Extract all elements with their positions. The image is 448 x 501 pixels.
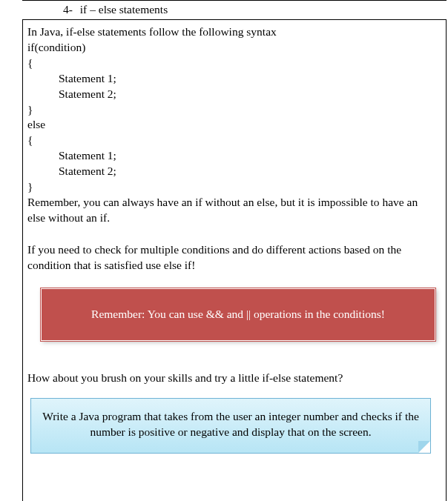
callout-red-text: Remember: You can use && and || operatio…	[91, 308, 385, 320]
code-line: Statement 1;	[27, 71, 438, 87]
section-heading: 4- if – else statements	[22, 1, 447, 20]
callout-blue-text: Write a Java program that takes from the…	[42, 410, 419, 438]
elseif-paragraph: If you need to check for multiple condit…	[27, 242, 438, 273]
code-line: Statement 2;	[27, 87, 438, 102]
remember-paragraph: Remember, you can always have an if with…	[27, 195, 438, 226]
code-line: {	[27, 56, 438, 71]
code-line: else	[27, 117, 438, 133]
callout-blue: Write a Java program that takes from the…	[30, 398, 431, 454]
code-line: }	[27, 179, 438, 195]
code-line: {	[27, 133, 438, 148]
code-line: Statement 2;	[27, 164, 438, 179]
page-fold-icon	[418, 441, 430, 453]
code-line: if(condition)	[27, 40, 438, 56]
callout-red: Remember: You can use && and || operatio…	[41, 288, 435, 341]
spacer	[27, 344, 438, 357]
spacer	[27, 229, 438, 242]
heading-number: 4-	[63, 3, 73, 16]
code-line: }	[27, 102, 438, 118]
heading-text: if – else statements	[80, 3, 168, 16]
prompt-paragraph: How about you brush on your skills and t…	[27, 371, 438, 386]
spacer	[27, 357, 438, 371]
document-page: 4- if – else statements In Java, if-else…	[0, 0, 448, 501]
intro-paragraph: In Java, if-else statements follow the f…	[27, 24, 438, 40]
content-box: In Java, if-else statements follow the f…	[22, 20, 447, 501]
code-line: Statement 1;	[27, 148, 438, 164]
